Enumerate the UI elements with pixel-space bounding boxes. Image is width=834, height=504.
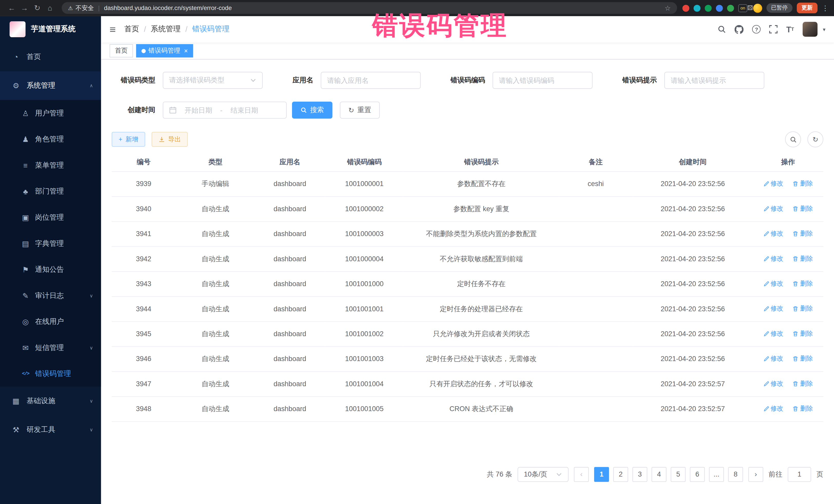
delete-link[interactable]: 删除 (793, 204, 813, 213)
page-button-4[interactable]: 4 (652, 467, 666, 482)
cell-app: dashboard (255, 296, 324, 321)
breadcrumb-item[interactable]: 系统管理 (151, 24, 181, 34)
sidebar-item-audit-log[interactable]: ✎审计日志∨ (0, 283, 101, 309)
sidebar-item-dev-tools[interactable]: ⚒研发工具∨ (0, 415, 101, 444)
search-button[interactable]: 搜索 (292, 102, 333, 118)
view-tab-error-code[interactable]: 错误码管理× (136, 44, 193, 58)
extension-icons (683, 5, 734, 12)
sidebar-item-post[interactable]: ▣岗位管理 (0, 204, 101, 231)
refresh-table-button[interactable]: ↻ (807, 131, 823, 147)
export-button[interactable]: 导出 (152, 132, 188, 147)
toggle-search-button[interactable] (785, 131, 801, 147)
sidebar-item-infra[interactable]: ▦基础设施∨ (0, 387, 101, 415)
home-icon[interactable]: ⌂ (44, 4, 57, 12)
sidebar-item-sms[interactable]: ✉短信管理∨ (0, 335, 101, 361)
edit-link[interactable]: 修改 (763, 379, 784, 388)
edit-link[interactable]: 修改 (763, 229, 784, 238)
error-type-select[interactable]: 请选择错误码类型 (163, 72, 263, 89)
page-button-8[interactable]: 8 (728, 467, 743, 482)
app-logo[interactable]: 芋道管理系统 (0, 16, 101, 43)
edit-link[interactable]: 修改 (763, 354, 784, 363)
font-size-icon[interactable]: TT (786, 25, 794, 33)
reset-button[interactable]: ↻ 重置 (340, 102, 379, 118)
delete-link[interactable]: 删除 (793, 279, 813, 288)
sidebar-item-role[interactable]: ♟角色管理 (0, 126, 101, 152)
user-avatar[interactable] (803, 22, 817, 37)
extension-on-badge[interactable]: on (738, 4, 747, 12)
edit-link[interactable]: 修改 (763, 404, 784, 413)
edit-link[interactable]: 修改 (763, 254, 784, 263)
sidebar-item-user[interactable]: ♙用户管理 (0, 100, 101, 126)
extension-icon[interactable] (683, 5, 689, 12)
sidebar-item-home[interactable]: ◔首页 (0, 43, 101, 71)
delete-link[interactable]: 删除 (793, 304, 813, 313)
sidebar-toggle-icon[interactable]: ≡ (110, 23, 116, 36)
end-date-input[interactable] (226, 106, 263, 114)
delete-link[interactable]: 删除 (793, 329, 813, 338)
extension-icon[interactable] (727, 5, 734, 12)
sidebar-item-online-user[interactable]: ◎在线用户 (0, 308, 101, 335)
page-size-select[interactable]: 10条/页 (518, 467, 569, 482)
fullscreen-icon[interactable] (769, 25, 778, 34)
view-tab-home[interactable]: 首页 (110, 44, 133, 58)
edit-link[interactable]: 修改 (763, 279, 784, 288)
delete-link[interactable]: 删除 (793, 254, 813, 263)
error-hint-input[interactable] (671, 76, 758, 84)
browser-menu-icon[interactable]: ⋮ (822, 4, 829, 12)
cell-time: 2021-04-20 23:52:56 (633, 296, 753, 321)
page-button-1[interactable]: 1 (594, 467, 609, 482)
next-page-button[interactable]: › (748, 467, 763, 482)
page-button-2[interactable]: 2 (613, 467, 628, 482)
extension-icon[interactable] (694, 5, 701, 12)
cell-code: 1001001001 (324, 296, 404, 321)
delete-link[interactable]: 删除 (793, 179, 813, 188)
reload-icon[interactable]: ↻ (31, 4, 44, 12)
sidebar-item-notice[interactable]: ⚑通知公告 (0, 256, 101, 283)
update-button[interactable]: 更新 (797, 3, 817, 13)
sidebar-item-error-code[interactable]: </>错误码管理 (0, 360, 101, 387)
page-ellipsis[interactable]: ... (709, 467, 724, 482)
page-button-3[interactable]: 3 (632, 467, 647, 482)
cell-app: dashboard (255, 171, 324, 196)
cell-hint: 不允许获取敏感配置到前端 (404, 246, 558, 271)
add-button[interactable]: + 新增 (112, 132, 145, 147)
breadcrumb-item[interactable]: 首页 (124, 24, 139, 34)
delete-link[interactable]: 删除 (793, 379, 813, 388)
back-icon[interactable]: ← (5, 4, 18, 12)
address-bar[interactable]: ⚠ 不安全 | dashboard.yudao.iocoder.cn/syste… (62, 2, 677, 14)
error-code-input[interactable] (499, 76, 586, 84)
delete-link[interactable]: 删除 (793, 354, 813, 363)
edit-link[interactable]: 修改 (763, 204, 784, 213)
profile-avatar[interactable] (753, 3, 762, 12)
app-name-input[interactable] (327, 76, 414, 84)
chevron-down-icon[interactable]: ▾ (823, 26, 825, 32)
cell-remark (558, 196, 633, 221)
tab-close-icon[interactable]: × (184, 47, 188, 54)
github-icon[interactable] (735, 25, 744, 34)
paused-badge[interactable]: 已暂停 (766, 3, 793, 13)
extensions-puzzle-icon[interactable]: ⚄ (747, 4, 753, 12)
sidebar-item-system[interactable]: ⚙系统管理∧ (0, 71, 101, 100)
page-button-6[interactable]: 6 (690, 467, 705, 482)
goto-page-input[interactable] (788, 467, 811, 482)
help-icon[interactable]: ? (752, 25, 761, 34)
edit-link[interactable]: 修改 (763, 179, 784, 188)
delete-link[interactable]: 删除 (793, 229, 813, 238)
edit-link[interactable]: 修改 (763, 304, 784, 313)
sidebar-item-dict[interactable]: ▤字典管理 (0, 230, 101, 256)
start-date-input[interactable] (180, 106, 217, 114)
delete-link[interactable]: 删除 (793, 404, 813, 413)
sidebar-item-dept[interactable]: ♣部门管理 (0, 178, 101, 204)
cell-hint: 定时任务的处理器已经存在 (404, 296, 558, 321)
prev-page-button[interactable]: ‹ (574, 467, 589, 482)
breadcrumb-item: 错误码管理 (192, 24, 229, 34)
sidebar-item-menu[interactable]: ≡菜单管理 (0, 152, 101, 178)
extension-icon[interactable] (716, 5, 723, 12)
date-range-picker[interactable]: - (163, 102, 287, 118)
forward-icon[interactable]: → (18, 4, 31, 12)
extension-icon[interactable] (705, 5, 712, 12)
edit-link[interactable]: 修改 (763, 329, 784, 338)
search-icon[interactable] (718, 25, 726, 34)
page-button-5[interactable]: 5 (671, 467, 686, 482)
bookmark-star-icon[interactable]: ☆ (665, 4, 671, 12)
